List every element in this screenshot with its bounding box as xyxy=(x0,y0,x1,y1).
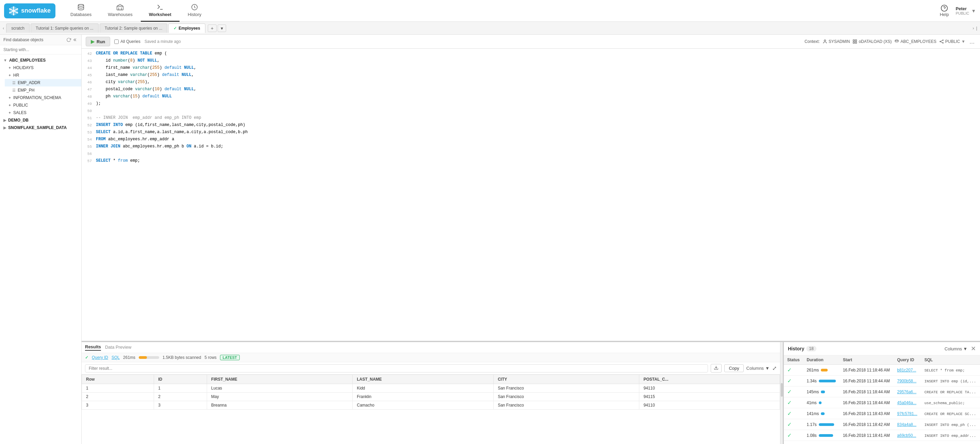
sidebar-table-emp-addr[interactable]: ☰ EMP_ADDR xyxy=(5,79,81,86)
hist-query-id[interactable]: a69cb50... xyxy=(894,430,921,441)
nav-right: Help Peter PUBLIC ▼ xyxy=(940,5,976,17)
sidebar-schema-public[interactable]: ✦ PUBLIC xyxy=(5,101,81,109)
query-id-link[interactable]: 7900b58... xyxy=(897,379,916,383)
query-id-link[interactable]: 97fc5781... xyxy=(897,411,917,416)
dur-bar xyxy=(819,423,834,426)
columns-label: Columns xyxy=(746,366,764,371)
tab-nav-left-icon[interactable]: ‹ xyxy=(3,26,4,30)
context-warehouse-value: oDATALOAD (XS) xyxy=(859,39,892,44)
dur-bar xyxy=(819,380,836,382)
results-bytes: 1.5KB bytes scanned xyxy=(162,355,201,360)
query-id-link[interactable]: b81c207... xyxy=(897,368,916,372)
search-input[interactable] xyxy=(0,45,81,54)
sidebar-db-snowflake[interactable]: ▶ SNOWFLAKE_SAMPLE_DATA xyxy=(0,124,81,131)
user-info[interactable]: Peter PUBLIC ▼ xyxy=(956,6,976,15)
nav-databases[interactable]: Databases xyxy=(62,0,100,22)
context-role[interactable]: SYSADMIN xyxy=(822,39,850,44)
scrollbar-thumb[interactable] xyxy=(781,383,783,397)
code-editor[interactable]: 42 CREATE OR REPLACE TABLE emp ( 43 id n… xyxy=(82,49,980,342)
hist-status: ✓ xyxy=(784,397,803,408)
hist-query-id[interactable]: b81c207... xyxy=(894,365,921,375)
hist-query-id[interactable]: 97fc5781... xyxy=(894,408,921,419)
hist-sql: INSERT INTO emp_addr... xyxy=(921,430,980,441)
sidebar-schema-public-label: PUBLIC xyxy=(13,103,28,108)
dur-text: 145ms xyxy=(807,390,819,394)
history-icon xyxy=(191,3,198,11)
progress-fill xyxy=(139,356,147,359)
sidebar-schema-info[interactable]: ✦ INFORMATION_SCHEMA xyxy=(5,94,81,101)
schema-icon-sales: ✦ xyxy=(8,111,11,115)
snowflake-logo[interactable]: snowflake xyxy=(4,3,56,18)
dur-bar xyxy=(819,434,833,437)
cell-last-name: Camacho xyxy=(353,401,493,410)
context-schema[interactable]: PUBLIC ▼ xyxy=(939,39,966,44)
help-button[interactable]: Help xyxy=(940,5,949,17)
code-line-44: 44 first_name varchar(255) default NULL, xyxy=(82,64,980,72)
run-button[interactable]: ▶ Run xyxy=(86,37,110,46)
duration-bar: 1.34s xyxy=(807,379,836,383)
nav-history[interactable]: History xyxy=(180,0,210,22)
history-title: History xyxy=(788,346,804,351)
download-button[interactable] xyxy=(711,364,722,372)
tab-more-icon[interactable]: | xyxy=(976,26,977,30)
table-icon-emp-ph: ☰ xyxy=(12,88,16,93)
sidebar-table-emp-ph[interactable]: ☰ EMP_PH xyxy=(5,86,81,94)
sidebar-schema-holidays[interactable]: ✦ HOLIDAYS xyxy=(5,64,81,72)
context-schema-dropdown-icon[interactable]: ▼ xyxy=(961,39,966,44)
code-line-53: 53 SELECT a.id,a.first_name,a.last_name,… xyxy=(82,129,980,136)
hist-query-id[interactable]: 29576a6... xyxy=(894,387,921,397)
history-columns-dropdown[interactable]: Columns ▼ xyxy=(945,346,967,351)
nav-warehouses[interactable]: Warehouses xyxy=(100,0,141,22)
warehouse-context-icon xyxy=(853,39,857,44)
user-dropdown-icon[interactable]: ▼ xyxy=(971,8,976,14)
top-nav: snowflake Databases Warehouses Worksheet… xyxy=(0,0,980,22)
col-row: Row xyxy=(82,375,154,384)
filter-input[interactable] xyxy=(85,364,708,372)
history-close-button[interactable]: ✕ xyxy=(971,345,976,352)
cell-city: San Francisco xyxy=(493,393,639,401)
sidebar: Find database objects ▼ ABC_EMPLOYEES xyxy=(0,35,82,444)
hist-query-id[interactable]: 45a046a... xyxy=(894,397,921,408)
tab-tutorial1[interactable]: Tutorial 1: Sample queries on ... xyxy=(30,24,99,33)
context-database[interactable]: ABC_EMPLOYEES xyxy=(894,39,936,44)
sidebar-schema-hr[interactable]: ✦ HR xyxy=(5,72,81,79)
history-table: Status Duration Start Query ID SQL ✓ xyxy=(784,356,980,444)
sidebar-search[interactable] xyxy=(0,45,81,54)
sidebar-schema-sales[interactable]: ✦ SALES xyxy=(5,109,81,117)
copy-button[interactable]: Copy xyxy=(724,364,743,372)
query-id-link[interactable]: a69cb50... xyxy=(897,433,916,438)
nav-worksheet[interactable]: Worksheet xyxy=(141,0,180,22)
hist-query-id[interactable]: 834a4a8... xyxy=(894,419,921,430)
tab-tutorial2[interactable]: Tutorial 2: Sample queries on ... xyxy=(100,24,168,33)
tab-employees[interactable]: ✓ Employees xyxy=(168,24,205,33)
all-queries-input[interactable] xyxy=(114,40,119,44)
vertical-scrollbar[interactable] xyxy=(780,342,783,444)
tab-bar: ‹ scratch Tutorial 1: Sample queries on … xyxy=(0,22,980,35)
columns-button[interactable]: Columns ▼ xyxy=(746,366,770,371)
sidebar-db-abc[interactable]: ▼ ABC_EMPLOYEES xyxy=(0,56,81,64)
tab-scratch-label: scratch xyxy=(11,26,24,30)
table-icon-emp-addr: ☰ xyxy=(12,81,16,85)
tab-nav-right-icon[interactable]: › xyxy=(972,26,974,30)
add-tab-button[interactable]: + xyxy=(208,24,216,32)
sql-link[interactable]: SQL xyxy=(111,355,120,360)
expand-button[interactable]: ⤢ xyxy=(772,365,776,372)
sidebar-schema-sales-label: SALES xyxy=(13,110,27,115)
refresh-icon[interactable] xyxy=(66,37,71,42)
all-queries-checkbox[interactable]: All Queries xyxy=(114,39,140,44)
query-id-link[interactable]: 29576a6... xyxy=(897,390,916,394)
collapse-icon[interactable] xyxy=(73,37,78,42)
tab-results[interactable]: Results xyxy=(85,344,101,351)
tab-scratch[interactable]: scratch xyxy=(6,24,30,33)
results-header-row: Row ID FIRST_NAME LAST_NAME CITY POSTAL_… xyxy=(82,375,780,384)
tab-overflow-button[interactable]: ▾ xyxy=(218,24,226,32)
more-button[interactable]: ... xyxy=(968,38,976,45)
list-item: ✓ 145ms 16.Feb.2018 11:18:44 AM 29576a6 xyxy=(784,387,980,397)
query-id-link[interactable]: 45a046a... xyxy=(897,401,916,405)
tab-data-preview[interactable]: Data Preview xyxy=(105,345,131,350)
query-id-link[interactable]: 834a4a8... xyxy=(897,422,916,427)
hist-query-id[interactable]: 7900b58... xyxy=(894,375,921,387)
query-id-link[interactable]: Query ID xyxy=(92,355,108,360)
context-warehouse[interactable]: oDATALOAD (XS) xyxy=(853,39,892,44)
sidebar-db-demo[interactable]: ▶ DEMO_DB xyxy=(0,117,81,124)
